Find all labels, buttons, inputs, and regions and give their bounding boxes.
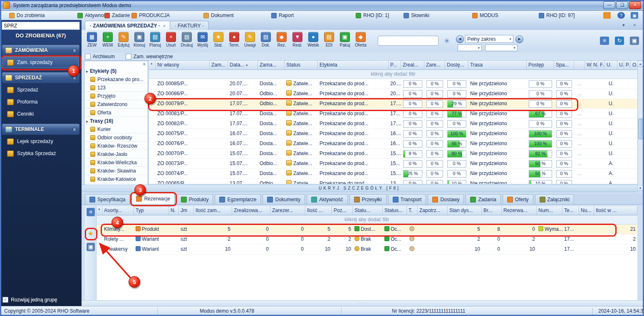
menubar-item-do-zrobienia[interactable]: Do zrobienia [9, 12, 45, 19]
tree-gear-icon[interactable]: ✳ [142, 62, 146, 67]
sidebar-group-header-sprzeda[interactable]: SPRZEDAŻ« [2, 72, 80, 84]
reservations-column-header[interactable]: Br... [482, 206, 502, 215]
toolbar-button-webik[interactable]: ●Webik [305, 31, 321, 51]
archive-filter[interactable]: Archiwum [85, 54, 115, 59]
orders-column-header[interactable]: U. [617, 61, 624, 70]
reservations-column-header[interactable]: Jm [179, 206, 194, 215]
internal-orders-filter[interactable]: Zam. wewnętrzne [126, 54, 173, 59]
orders-column-header[interactable]: Postęp [527, 61, 554, 70]
horizontal-scrollbar[interactable]: ····· [82, 300, 644, 306]
order-row[interactable]: ZO 00086/P...20.07....Odbio...Zatwie...P… [149, 89, 637, 99]
tree-group-trasy-16[interactable]: ▸Trasy (16) [84, 117, 148, 125]
tab-list-chevron-icon[interactable]: ▾ [622, 22, 625, 28]
minimize-button[interactable]: — [603, 1, 615, 9]
reservations-column-header[interactable]: Zarezer... [270, 206, 305, 215]
reservations-column-header[interactable]: Ilość zam... [194, 206, 232, 215]
tree-item-krak-w-rzesz-w[interactable]: Kraków- Rzeszów [84, 142, 148, 150]
toolbar-button-real[interactable]: ▼Real. [290, 31, 305, 51]
detail-tab-oferty[interactable]: Oferty [503, 194, 533, 204]
detail-tab-specyfikacja[interactable]: Specyfikacja [85, 194, 130, 204]
orders-vertical-scrollbar[interactable]: ▲ ▼ [637, 61, 643, 191]
reservations-column-header[interactable]: Nu... [579, 206, 594, 215]
toolbar-button-wy-lij[interactable]: ✉Wyślij [195, 31, 211, 51]
toolbar-button-pakuj[interactable]: ▣Pakuj [337, 31, 353, 51]
reservations-column-header[interactable]: Poz... [332, 206, 353, 215]
order-row[interactable]: ZO 00065/P...13.07....Odbio...Zatwie...P… [149, 179, 637, 184]
toolbar-button-wew[interactable]: +WEW [100, 31, 116, 51]
menubar-item-rho-id-1[interactable]: RHO [ID: 1] [356, 12, 389, 19]
range-prev-button[interactable]: ◀ [456, 35, 464, 43]
toolbar-button-edytuj[interactable]: ✎Edytuj [116, 31, 131, 51]
orders-column-header[interactable]: W [585, 61, 592, 70]
tree-item-odbior-osobisty[interactable]: Odbior osobisty [84, 133, 148, 142]
tab-close-icon[interactable]: × [163, 23, 166, 28]
menubar-item-zadanie[interactable]: Zadanie [104, 12, 130, 19]
tab-faktury[interactable]: · FAKTURY · [170, 21, 209, 30]
layout-list-icon[interactable]: ≡ [600, 37, 609, 45]
scroll-thumb[interactable] [638, 118, 643, 139]
tree-item-oferta[interactable]: Oferta [84, 109, 148, 117]
order-row[interactable]: ZO 00085/P...20.07....Dosta...Zatwie...P… [149, 79, 637, 89]
gear-icon[interactable]: ✳ [443, 37, 451, 45]
internal-orders-checkbox[interactable] [126, 54, 131, 59]
detail-tab-zadania[interactable]: Zadania [466, 194, 500, 204]
tree-item-krak-w-wieliczka[interactable]: Kraków-Wieliczka [84, 158, 148, 167]
menubar-item-produkcja[interactable]: PRODUKCJA [131, 12, 170, 19]
reservations-column-header[interactable]: Ilość w ... [594, 206, 637, 215]
tree-item-zatwierdzono[interactable]: Zatwierdzono [84, 100, 148, 109]
orders-column-header[interactable]: Trasa [468, 61, 527, 70]
tree-item-krak-w-skawina[interactable]: Kraków- Skawina [84, 167, 148, 175]
expand-one-group-checkbox[interactable]: ✓ [2, 297, 8, 303]
toolbar-button-uwagi[interactable]: ✎Uwagi [242, 31, 258, 51]
orders-column-header[interactable]: N. [592, 61, 598, 70]
reservations-column-header[interactable]: Statu... [353, 206, 383, 215]
brush-icon[interactable] [603, 12, 611, 19]
orders-filter-row[interactable]: kliknij aby dodać filtr [149, 70, 637, 79]
menubar-item-modus[interactable]: MODUS [472, 12, 498, 19]
refresh-icon[interactable]: ↻ [615, 37, 624, 45]
tree-item-przekazane-do-pro[interactable]: Przekazane do pro... [84, 75, 148, 84]
tree-item-123[interactable]: 123 [84, 84, 148, 92]
orders-column-header[interactable]: Zam... [210, 61, 228, 70]
sidebar-item-cenniki[interactable]: Cenniki [2, 108, 79, 120]
hide-details-button[interactable]: UKRYJ SZCZEGÓŁY [F8] [82, 185, 637, 192]
reservations-column-header[interactable]: N. [169, 206, 179, 215]
range-combo[interactable]: Pełny zakres ▾ [465, 35, 513, 43]
menubar-item-raport[interactable]: Raport [271, 12, 294, 19]
sidebar-item-zam-sprzeda-y[interactable]: Zam. sprzedaży [2, 57, 79, 68]
reservation-row[interactable]: Klimaty...Produktszt50055Dost...Oc...580… [97, 225, 637, 235]
order-row[interactable]: ZO 00081/P...17.07....Dosta...Zatwie...P… [149, 109, 637, 119]
reservations-column-header[interactable]: Te... [562, 206, 579, 215]
orders-column-header[interactable]: Zreal... [401, 61, 424, 70]
favorite-star-button[interactable]: ★ [87, 230, 95, 238]
range-next-button[interactable]: ▶ [515, 35, 523, 43]
toolbar-button-drukuj[interactable]: ▤Drukuj [179, 31, 195, 51]
detail-tab-transport[interactable]: Transport [388, 194, 426, 204]
reservations-column-header[interactable]: Stan dys... [448, 206, 482, 215]
detail-tab-aktywno[interactable]: Aktywność [307, 194, 347, 204]
orders-column-header[interactable]: Zama... [258, 61, 285, 70]
orders-column-header[interactable]: Zare... [424, 61, 445, 70]
tree-item-krak-w-katowice[interactable]: Kraków-Katowice [84, 175, 148, 183]
sidebar-group-header-terminale[interactable]: TERMINALE« [2, 123, 80, 135]
order-row[interactable]: ZO 00075/P...16.07....Dosta...Zatwie...P… [149, 129, 637, 139]
order-row[interactable]: ZO 00070/P...15.07....Dosta...Zatwie...P… [149, 149, 637, 159]
filter-combo-1[interactable]: ▾ [458, 44, 482, 51]
toolbar-button-planuj[interactable]: ▤Planuj [147, 31, 163, 51]
orders-column-header[interactable]: P. [624, 61, 631, 70]
toolbar-button-usu[interactable]: ×Usuń [163, 31, 179, 51]
orders-column-header[interactable]: U. [605, 61, 617, 70]
toolbar-search-input[interactable] [378, 36, 438, 46]
toolbar-button-zew[interactable]: ▦ZEW [84, 31, 100, 51]
orders-column-header[interactable]: P... [389, 61, 401, 70]
orders-column-header[interactable]: Status [285, 61, 318, 70]
orders-column-header[interactable]: O. [631, 61, 637, 70]
orders-column-header[interactable]: F. [598, 61, 605, 70]
tab-zam-wienia-sprzeda-y[interactable]: · ZAMÓWIENIA SPRZEDAŻY ·× [85, 21, 171, 30]
monitor-icon[interactable]: ▣ [631, 12, 638, 19]
sidebar-search-input[interactable] [2, 22, 80, 30]
scroll-down-icon[interactable]: ▼ [638, 185, 643, 191]
detail-tab-egzemplarze[interactable]: Egzemplarze [215, 194, 261, 204]
order-row[interactable]: ZO 00073/P...15.07....Odbio...Zatwie...P… [149, 159, 637, 169]
help-icon[interactable]: ? [617, 12, 625, 19]
